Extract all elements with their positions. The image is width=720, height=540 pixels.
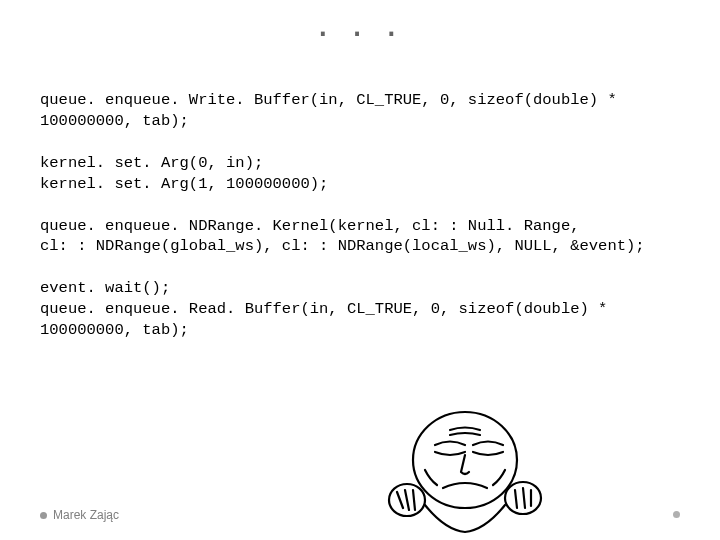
footer-right [673, 504, 680, 522]
code-line: queue. enqueue. Write. Buffer(in, CL_TRU… [40, 91, 617, 109]
footer-author: Marek Zając [40, 508, 119, 522]
bullet-icon [40, 512, 47, 519]
bullet-icon [673, 511, 680, 518]
code-line: kernel. set. Arg(0, in); [40, 154, 263, 172]
cartoon-face-icon [355, 390, 555, 540]
code-line: event. wait(); [40, 279, 170, 297]
author-name: Marek Zając [53, 508, 119, 522]
svg-point-0 [413, 412, 517, 508]
slide: . . . queue. enqueue. Write. Buffer(in, … [0, 0, 720, 540]
code-line: 100000000, tab); [40, 112, 189, 130]
code-block: queue. enqueue. Write. Buffer(in, CL_TRU… [40, 90, 680, 341]
code-line: cl: : NDRange(global_ws), cl: : NDRange(… [40, 237, 645, 255]
slide-title: . . . [0, 0, 720, 45]
code-line: queue. enqueue. NDRange. Kernel(kernel, … [40, 217, 580, 235]
code-line: kernel. set. Arg(1, 100000000); [40, 175, 328, 193]
code-line: queue. enqueue. Read. Buffer(in, CL_TRUE… [40, 300, 607, 318]
code-line: 100000000, tab); [40, 321, 189, 339]
